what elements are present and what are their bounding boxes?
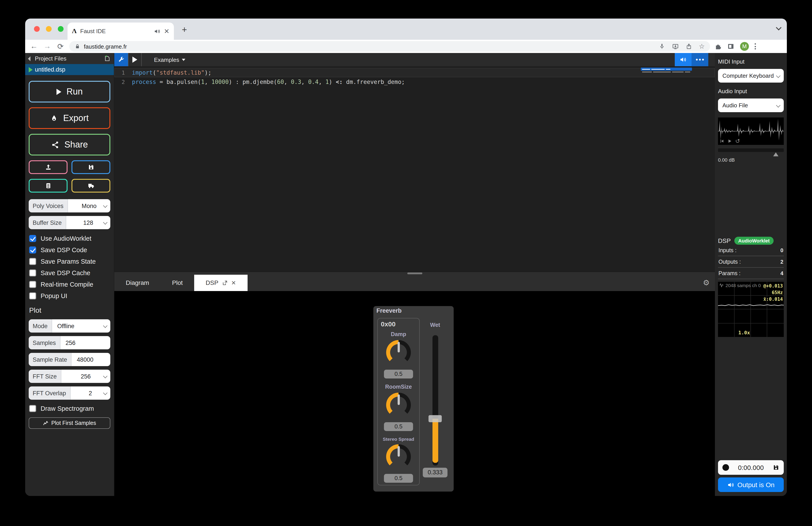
project-files-header[interactable]: Project Files [25, 53, 114, 64]
maximize-window-button[interactable] [58, 26, 63, 32]
browser-menu-icon[interactable] [755, 43, 756, 49]
side-panel-icon[interactable] [727, 43, 734, 50]
tab-close-icon[interactable]: ✕ [231, 279, 236, 286]
checkbox[interactable] [29, 405, 36, 412]
reload-icon[interactable]: ⟳ [56, 42, 65, 51]
checkbox-label: Save Params State [41, 258, 96, 265]
loop-icon[interactable]: ↺ [735, 138, 740, 144]
midi-input-select[interactable]: Computer Keyboard [718, 69, 784, 83]
damp-knob[interactable] [386, 340, 411, 365]
gain-marker-icon[interactable] [773, 152, 779, 156]
chevron-down-icon [776, 103, 781, 108]
checkbox-row-spectrogram[interactable]: Draw Spectrogram [29, 405, 110, 412]
back-icon[interactable]: ← [30, 42, 39, 51]
share-button[interactable]: Share [29, 134, 110, 155]
checkbox[interactable] [29, 293, 36, 299]
splitter-handle[interactable] [407, 272, 422, 274]
checkbox-row-audioworklet[interactable]: Use AudioWorklet [29, 235, 110, 242]
checkbox-row-save-dsp-code[interactable]: Save DSP Code [29, 246, 110, 254]
tab-search-chevron-icon[interactable] [776, 25, 781, 30]
profile-avatar[interactable]: M [740, 42, 749, 51]
new-tab-button[interactable]: + [182, 25, 187, 35]
editor-minimap[interactable] [641, 68, 692, 72]
collapse-icon[interactable] [28, 56, 33, 61]
address-bar[interactable]: faustide.grame.fr ☆ [69, 41, 710, 52]
close-window-button[interactable] [34, 26, 40, 32]
run-code-button[interactable] [128, 53, 142, 66]
fft-size-select[interactable]: 256 [61, 370, 110, 383]
checkbox-row-save-cache[interactable]: Save DSP Cache [29, 269, 110, 276]
editor-audio-button[interactable] [675, 53, 692, 66]
checkbox[interactable] [29, 258, 36, 265]
wet-slider-handle[interactable] [429, 415, 442, 422]
tab-diagram[interactable]: Diagram [114, 274, 161, 291]
external-link-icon[interactable] [222, 280, 228, 285]
bookmark-star-icon[interactable]: ☆ [699, 42, 705, 51]
checkbox[interactable] [29, 246, 36, 254]
new-file-icon[interactable] [104, 55, 110, 62]
input-gain-slider[interactable] [718, 148, 784, 152]
checkbox[interactable] [29, 235, 36, 242]
export-truck-button[interactable] [72, 179, 110, 193]
window-controls [34, 26, 63, 32]
tab-audio-icon[interactable] [154, 28, 160, 34]
samples-label: Samples [29, 336, 60, 349]
checkbox-row-popup-ui[interactable]: Popup UI [29, 293, 110, 299]
editor-more-button[interactable] [692, 53, 708, 66]
browser-tab[interactable]: Λ Faust IDE ✕ [68, 23, 174, 40]
play-audio-icon[interactable] [727, 139, 732, 144]
fft-overlap-label: FFT Overlap [29, 386, 70, 400]
output-toggle-label: Output is On [737, 481, 774, 488]
plot-first-samples-button[interactable]: Plot First Samples [29, 417, 110, 429]
samples-input[interactable]: 256 [60, 336, 110, 349]
share-page-icon[interactable] [685, 43, 692, 49]
roomsize-label: RoomSize [378, 384, 419, 390]
sample-rate-input[interactable]: 48000 [72, 353, 110, 366]
oscilloscope[interactable]: 2048 samps ch 0 @+0.013 65Hz x̄:0.014 1.… [718, 282, 784, 337]
stereo-spread-knob[interactable] [386, 444, 411, 469]
gear-icon[interactable]: ⚙ [703, 278, 710, 287]
chevron-down-icon [103, 374, 107, 378]
tab-plot[interactable]: Plot [161, 274, 194, 291]
audioworklet-badge: AudioWorklet [734, 237, 774, 245]
run-button[interactable]: Run [29, 81, 110, 102]
save-button[interactable] [72, 160, 110, 174]
audio-file-waveform[interactable]: ↺ [718, 117, 784, 145]
checkbox-row-save-params[interactable]: Save Params State [29, 258, 110, 265]
file-play-icon [29, 67, 33, 72]
tab-close-icon[interactable]: ✕ [164, 27, 170, 35]
buffer-size-select[interactable]: 128 [66, 216, 110, 229]
install-icon[interactable] [672, 43, 679, 50]
checkbox-row-realtime-compile[interactable]: Real-time Compile [29, 281, 110, 288]
checkbox[interactable] [29, 269, 36, 276]
code-editor[interactable]: 1 import("stdfaust.lib"); 2 process = ba… [114, 66, 715, 271]
code-line-2[interactable]: 2 process = ba.pulsen(1, 10000) : pm.dje… [114, 77, 715, 87]
save-recording-icon[interactable] [773, 464, 779, 471]
compile-options-button[interactable] [114, 53, 128, 66]
record-button[interactable] [722, 464, 729, 471]
poly-voices-select[interactable]: Mono [68, 199, 110, 212]
chevron-down-icon [103, 324, 107, 328]
roomsize-knob[interactable] [386, 393, 411, 417]
waveform-transport: ↺ [719, 138, 740, 144]
export-button[interactable]: Export [29, 107, 110, 129]
examples-dropdown[interactable]: Examples [154, 56, 185, 63]
output-toggle-button[interactable]: Output is On [718, 478, 784, 492]
tab-dsp[interactable]: DSP ✕ [194, 274, 247, 291]
io-label: Outputs : [719, 259, 741, 265]
upload-button[interactable] [29, 160, 68, 174]
minimize-window-button[interactable] [46, 26, 52, 32]
audio-input-select[interactable]: Audio File [718, 99, 784, 112]
scope-zoom-value: 1.0x [738, 330, 750, 336]
microphone-icon[interactable] [659, 43, 665, 49]
skip-start-icon[interactable] [719, 139, 724, 144]
checkbox[interactable] [29, 281, 36, 288]
fft-overlap-select[interactable]: 2 [70, 386, 110, 400]
file-item-untitled[interactable]: untitled.dsp [25, 64, 114, 75]
extensions-icon[interactable] [714, 43, 722, 50]
mode-select[interactable]: Offline [52, 319, 110, 332]
panel-splitter[interactable] [114, 271, 715, 274]
code-line-1[interactable]: 1 import("stdfaust.lib"); [114, 68, 715, 77]
docs-button[interactable] [29, 179, 68, 193]
forward-icon[interactable]: → [43, 42, 52, 51]
